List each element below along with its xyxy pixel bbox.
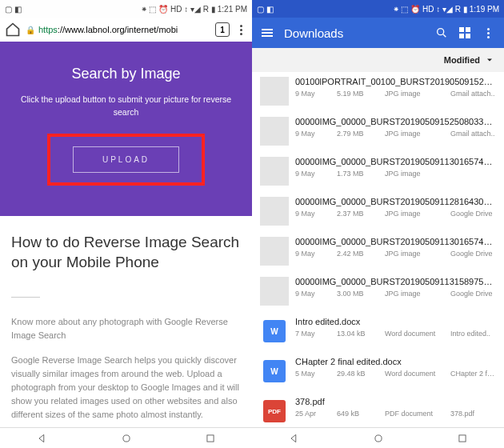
file-name: 00000IMG_00000_BURST20190509152508033_C.…: [295, 117, 496, 126]
file-meta: 9 May 1.73 MB JPG image: [295, 170, 496, 178]
file-name: 00000IMG_00000_BURST20190509113016574_C.…: [295, 157, 496, 166]
article-p2: Google Reverse Image Search helps you qu…: [11, 354, 241, 422]
file-info: 00000IMG_00000_BURST20190509112816430_C.…: [295, 197, 496, 226]
article-p1: Know more about any photograph with Goog…: [11, 315, 241, 342]
statusbar-right: ▢ ◧ ⁕ ⬚ ⏰ HD ↕ ▾◢ R ▮ 1:19 PM: [252, 0, 504, 18]
file-type: JPG image: [385, 250, 450, 258]
image-thumb: [260, 117, 289, 146]
upload-button[interactable]: UPLOAD: [73, 146, 179, 173]
file-meta: 7 May 13.04 kB Word document Intro edite…: [295, 330, 496, 338]
grid-view-icon[interactable]: [459, 27, 470, 38]
home-icon[interactable]: [5, 22, 21, 38]
back-icon[interactable]: [37, 433, 48, 444]
file-size: 649 kB: [337, 410, 385, 418]
upload-highlight-frame: UPLOAD: [47, 134, 205, 186]
svg-point-0: [122, 434, 129, 441]
file-date: 9 May: [295, 90, 337, 98]
home-nav-icon[interactable]: [373, 433, 384, 444]
status-icons-right: ⁕ ⬚ ⏰ HD ↕ ▾◢ R ▮: [141, 5, 216, 14]
file-row[interactable]: 00000IMG_00000_BURST20190509113158975_C.…: [252, 272, 504, 312]
file-name: 378.pdf: [295, 397, 496, 406]
url-bar[interactable]: 🔒 https://www.labnol.org/internet/mobi: [26, 25, 210, 34]
word-icon: W: [263, 360, 286, 382]
chrome-pane: ▢ ◧ ⁕ ⬚ ⏰ HD ↕ ▾◢ R ▮ 1:21 PM 🔒 https://…: [0, 0, 252, 448]
file-info: 00000IMG_00000_BURST20190509113016574_C.…: [295, 157, 496, 186]
recent-icon[interactable]: [457, 433, 468, 444]
image-thumb: [260, 237, 289, 266]
article-heading: How to do Reverse Image Search on your M…: [11, 232, 241, 273]
file-name: Intro edited.docx: [295, 317, 496, 326]
svg-rect-4: [458, 434, 465, 441]
file-source: Google Drive: [450, 290, 496, 298]
file-row[interactable]: 00000IMG_00000_BURST20190509113016574_C.…: [252, 232, 504, 272]
file-source: CHapter 2 fin..: [450, 370, 496, 378]
file-date: 9 May: [295, 290, 337, 298]
file-size: 3.00 MB: [337, 290, 385, 298]
file-row[interactable]: PDF 378.pdf 25 Apr 649 kB PDF document 3…: [252, 392, 504, 432]
file-type: JPG image: [385, 210, 450, 218]
file-row[interactable]: 00000IMG_00000_BURST20190509152508033_C.…: [252, 112, 504, 152]
file-list[interactable]: 00100lPORTRAIT_00100_BURST20190509152241…: [252, 72, 504, 448]
svg-point-3: [374, 434, 381, 441]
file-meta: 9 May 3.00 MB JPG image Google Drive: [295, 290, 496, 298]
status-time: 1:19 PM: [470, 5, 499, 14]
home-nav-icon[interactable]: [121, 433, 132, 444]
file-source: 378.pdf: [450, 410, 496, 418]
file-info: Intro edited.docx 7 May 13.04 kB Word do…: [295, 317, 496, 346]
file-date: 9 May: [295, 250, 337, 258]
file-size: 2.37 MB: [337, 210, 385, 218]
file-date: 25 Apr: [295, 410, 337, 418]
article-body: How to do Reverse Image Search on your M…: [0, 216, 252, 434]
file-name: 00000IMG_00000_BURST20190509112816430_C.…: [295, 197, 496, 206]
file-name: 00000IMG_00000_BURST20190509113016574_C.…: [295, 237, 496, 246]
recent-icon[interactable]: [205, 433, 216, 444]
file-row[interactable]: 00100lPORTRAIT_00100_BURST20190509152241…: [252, 72, 504, 112]
file-row[interactable]: W Intro edited.docx 7 May 13.04 kB Word …: [252, 312, 504, 352]
status-icons-left: ▢ ◧: [257, 5, 274, 14]
file-meta: 9 May 2.79 MB JPG image Gmail attach..: [295, 130, 496, 138]
file-row[interactable]: 00000IMG_00000_BURST20190509113016574_C.…: [252, 152, 504, 192]
file-type: JPG image: [385, 130, 450, 138]
file-source: Intro edited..: [450, 330, 496, 338]
word-icon: W: [263, 320, 286, 342]
divider: [11, 297, 40, 298]
file-date: 9 May: [295, 170, 337, 178]
hero-subtitle: Click the upload button to submit your p…: [14, 94, 238, 119]
image-thumb: [260, 157, 289, 186]
downloads-header: Downloads: [252, 18, 504, 48]
image-thumb: [260, 197, 289, 226]
file-source: Google Drive: [450, 210, 496, 218]
file-date: 9 May: [295, 210, 337, 218]
url-text: https://www.labnol.org/internet/mobi: [38, 25, 178, 34]
tab-count-button[interactable]: 1: [215, 22, 230, 37]
hamburger-icon[interactable]: [262, 29, 273, 37]
status-icons-right: ⁕ ⬚ ⏰ HD ↕ ▾◢ R ▮: [393, 5, 468, 14]
back-icon[interactable]: [289, 433, 300, 444]
file-meta: 9 May 2.37 MB JPG image Google Drive: [295, 210, 496, 218]
svg-rect-1: [206, 434, 213, 441]
android-navbar-right: [252, 427, 504, 448]
file-info: CHapter 2 final edited.docx 5 May 29.48 …: [295, 357, 496, 386]
android-navbar-left: [0, 427, 252, 448]
pdf-icon: PDF: [263, 400, 286, 422]
sort-bar[interactable]: Modified: [252, 48, 504, 72]
kebab-menu-icon[interactable]: [482, 28, 494, 38]
file-size: 1.73 MB: [337, 170, 385, 178]
file-name: CHapter 2 final edited.docx: [295, 357, 496, 366]
status-time: 1:21 PM: [218, 5, 247, 14]
search-icon[interactable]: [435, 26, 448, 39]
file-size: 2.79 MB: [337, 130, 385, 138]
file-row[interactable]: W CHapter 2 final edited.docx 5 May 29.4…: [252, 352, 504, 392]
file-size: 5.19 MB: [337, 90, 385, 98]
file-source: [450, 170, 496, 178]
file-row[interactable]: 00000IMG_00000_BURST20190509112816430_C.…: [252, 192, 504, 232]
file-source: Gmail attach..: [450, 130, 496, 138]
image-thumb: [260, 277, 289, 306]
file-info: 00000IMG_00000_BURST20190509113016574_C.…: [295, 237, 496, 266]
file-meta: 25 Apr 649 kB PDF document 378.pdf: [295, 410, 496, 418]
kebab-menu-icon[interactable]: [234, 25, 247, 35]
file-info: 00000IMG_00000_BURST20190509152508033_C.…: [295, 117, 496, 146]
file-meta: 9 May 2.42 MB JPG image Google Drive: [295, 250, 496, 258]
chrome-toolbar: 🔒 https://www.labnol.org/internet/mobi 1: [0, 18, 252, 42]
file-type: JPG image: [385, 90, 450, 98]
